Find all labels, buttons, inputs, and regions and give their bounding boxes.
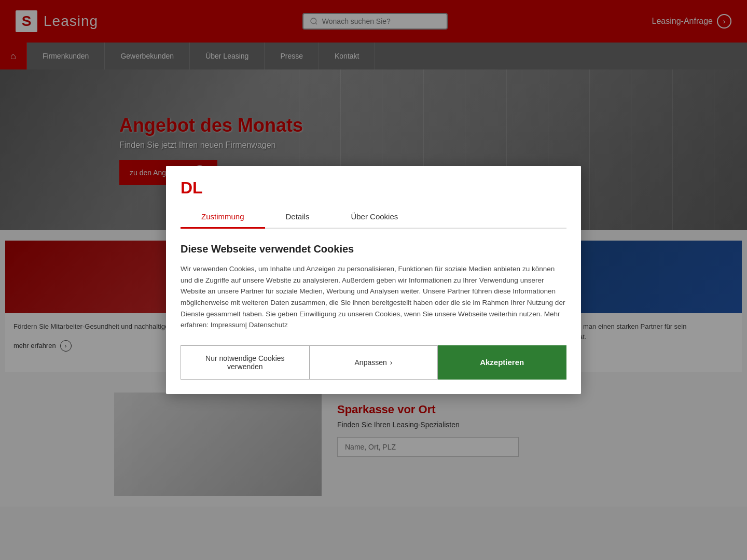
modal-tabs: Zustimmung Details Über Cookies (181, 206, 566, 229)
modal-title: Diese Webseite verwendet Cookies (181, 243, 566, 255)
btn-customize-cookies[interactable]: Anpassen › (310, 345, 438, 380)
tab-details[interactable]: Details (265, 206, 330, 229)
btn-accept-cookies[interactable]: Akzeptieren (438, 345, 566, 380)
tab-zustimmung[interactable]: Zustimmung (181, 206, 265, 229)
modal-logo: DL (181, 178, 566, 198)
modal-body: Diese Webseite verwendet Cookies Wir ver… (166, 229, 581, 345)
cookie-modal-overlay: DL Zustimmung Details Über Cookies Diese… (0, 0, 747, 560)
modal-body-text: Wir verwenden Cookies, um Inhalte und An… (181, 263, 566, 331)
modal-footer: Nur notwendige Cookies verwenden Anpasse… (166, 345, 581, 394)
tab-ueber-cookies[interactable]: Über Cookies (330, 206, 419, 229)
chevron-right-icon: › (390, 358, 393, 367)
modal-header: DL Zustimmung Details Über Cookies (166, 166, 581, 229)
btn-necessary-cookies[interactable]: Nur notwendige Cookies verwenden (181, 345, 310, 380)
cookie-modal: DL Zustimmung Details Über Cookies Diese… (166, 166, 581, 394)
